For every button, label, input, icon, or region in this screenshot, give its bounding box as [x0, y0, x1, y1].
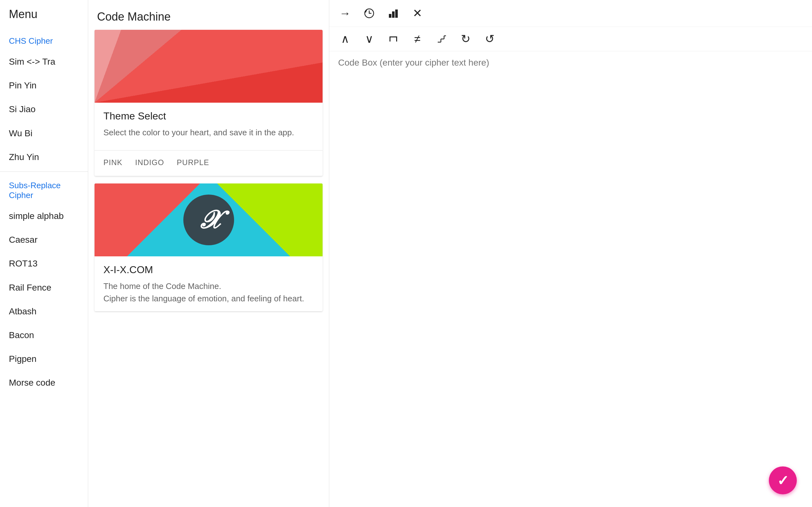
sidebar-item-morse-code[interactable]: Morse code	[0, 371, 88, 395]
sidebar-item-atbash[interactable]: Atbash	[0, 299, 88, 323]
refresh-cw-icon[interactable]: ↻	[459, 32, 473, 46]
arrow-right-icon[interactable]: →	[338, 6, 352, 20]
theme-purple-button[interactable]: PURPLE	[177, 156, 209, 170]
chevron-down-icon[interactable]: ∨	[362, 32, 376, 46]
sidebar-item-caesar[interactable]: Caesar	[0, 228, 88, 251]
chart-bar-icon[interactable]	[386, 6, 400, 20]
sidebar-item-wu-bi[interactable]: Wu Bi	[0, 121, 88, 145]
xix-card-desc-line1: The home of the Code Machine.	[103, 280, 314, 292]
xix-image-graphic: 𝒳	[95, 183, 322, 257]
sidebar-section-chs: CHS Cipher	[0, 30, 88, 50]
fab-button[interactable]: ✓	[769, 466, 797, 494]
xix-circle: 𝒳	[183, 194, 234, 245]
sidebar-item-si-jiao[interactable]: Si Jiao	[0, 97, 88, 121]
bracket-icon[interactable]	[386, 32, 400, 46]
sidebar-item-rail-fence[interactable]: Rail Fence	[0, 276, 88, 299]
theme-select-title: Theme Select	[103, 110, 314, 122]
main-content: Code Machine Theme Select Select the col…	[88, 0, 329, 507]
theme-image-graphic	[95, 30, 322, 103]
theme-select-actions: PINK INDIGO PURPLE	[95, 150, 322, 176]
svg-rect-1	[389, 14, 392, 18]
xix-letter: 𝒳	[199, 207, 218, 233]
theme-select-desc: Select the color to your heart, and save…	[103, 126, 314, 139]
fab-check-icon: ✓	[777, 472, 789, 489]
sidebar-item-pin-yin[interactable]: Pin Yin	[0, 73, 88, 97]
theme-select-image	[95, 30, 322, 103]
svg-rect-2	[392, 11, 395, 18]
sidebar-item-bacon[interactable]: Bacon	[0, 323, 88, 347]
main-header: Code Machine	[88, 0, 329, 30]
sidebar: Menu CHS Cipher Sim <-> Tra Pin Yin Si J…	[0, 0, 88, 507]
xix-card-body: X-I-X.COM The home of the Code Machine. …	[95, 257, 322, 311]
toolbar-row2: ∧ ∨ ≠ ↻ ↺	[329, 27, 812, 51]
svg-rect-6	[396, 37, 397, 42]
sidebar-section-subs: Subs-Replace Cipher	[0, 174, 88, 204]
sidebar-title: Menu	[0, 8, 88, 30]
theme-select-card: Theme Select Select the color to your he…	[95, 30, 322, 176]
theme-indigo-button[interactable]: INDIGO	[135, 156, 164, 170]
sidebar-item-simple-alphab[interactable]: simple alphab	[0, 204, 88, 228]
sidebar-item-rot13[interactable]: ROT13	[0, 251, 88, 275]
svg-rect-4	[390, 37, 397, 38]
chevron-up-icon[interactable]: ∧	[338, 32, 352, 46]
xix-card-title: X-I-X.COM	[103, 264, 314, 276]
xix-card: 𝒳 X-I-X.COM The home of the Code Machine…	[95, 183, 322, 311]
theme-pink-button[interactable]: PINK	[103, 156, 122, 170]
svg-rect-3	[395, 9, 398, 18]
theme-select-body: Theme Select Select the color to your he…	[95, 103, 322, 145]
close-icon[interactable]: ✕	[410, 6, 424, 20]
history-icon[interactable]	[362, 6, 376, 20]
code-box-input[interactable]	[338, 58, 803, 501]
toolbar-row1: → ✕	[329, 0, 812, 27]
sidebar-item-zhu-yin[interactable]: Zhu Yin	[0, 145, 88, 169]
sidebar-divider	[0, 171, 88, 172]
xix-card-desc-line2: Cipher is the language of emotion, and f…	[103, 292, 314, 305]
svg-rect-5	[390, 37, 391, 42]
right-panel: → ✕ ∧ ∨ ≠	[329, 0, 812, 507]
not-equal-icon[interactable]: ≠	[410, 32, 424, 46]
sidebar-item-sim-tra[interactable]: Sim <-> Tra	[0, 50, 88, 73]
xix-card-image: 𝒳	[95, 183, 322, 257]
steps-icon[interactable]	[435, 32, 449, 46]
sidebar-item-pigpen[interactable]: Pigpen	[0, 347, 88, 371]
refresh-ccw-icon[interactable]: ↺	[483, 32, 497, 46]
